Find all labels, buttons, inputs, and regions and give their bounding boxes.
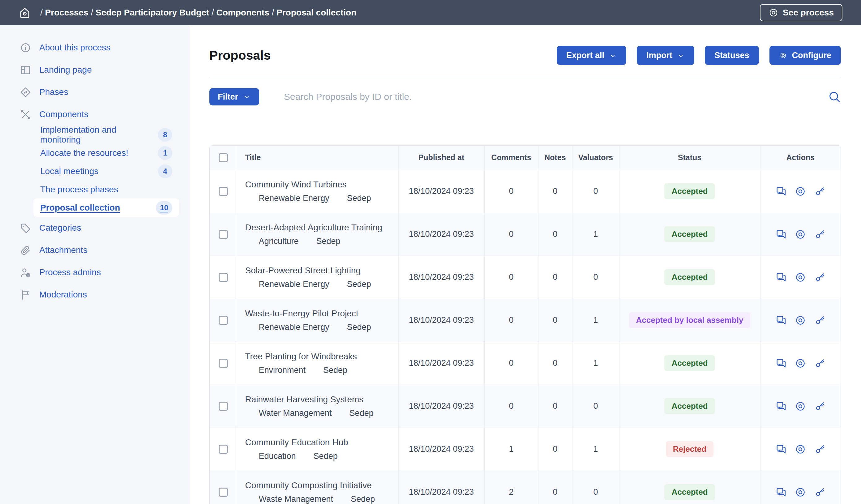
row-actions — [761, 272, 841, 283]
valuators-cell: 1 — [572, 299, 619, 342]
permissions-icon[interactable] — [814, 401, 825, 412]
valuators-cell: 0 — [572, 471, 619, 504]
row-checkbox[interactable] — [219, 316, 228, 325]
row-checkbox[interactable] — [219, 445, 228, 454]
published-at-cell: 18/10/2024 09:23 — [398, 299, 484, 342]
proposal-category: Waste Management — [259, 494, 333, 504]
proposal-title[interactable]: Rainwater Harvesting Systems — [245, 395, 398, 405]
statuses-button[interactable]: Statuses — [705, 46, 759, 65]
preview-icon[interactable] — [795, 229, 806, 240]
breadcrumb-item[interactable]: Processes — [45, 8, 88, 17]
count-badge: 1 — [158, 146, 172, 160]
sidebar-item-attachments[interactable]: Attachments — [0, 239, 190, 261]
answer-icon[interactable] — [775, 487, 787, 498]
permissions-icon[interactable] — [814, 487, 825, 498]
proposal-title[interactable]: Community Composting Initiative — [245, 480, 398, 490]
proposal-scope: Sedep — [347, 280, 371, 289]
sidebar-item-components[interactable]: Components — [0, 103, 190, 125]
sidebar-item-label: Categories — [39, 223, 81, 233]
search-input[interactable] — [284, 92, 828, 102]
flag-icon — [20, 289, 31, 301]
sidebar-item-categories[interactable]: Categories — [0, 217, 190, 239]
count-badge: 8 — [158, 128, 172, 141]
see-process-label: See process — [783, 8, 834, 18]
proposal-category: Water Management — [259, 408, 332, 418]
page-title: Proposals — [209, 48, 271, 63]
proposal-title[interactable]: Solar-Powered Street Lighting — [245, 265, 398, 275]
sidebar-item-implementation-and-monitoring[interactable]: Implementation and monitoring 8 — [33, 125, 179, 144]
answer-icon[interactable] — [775, 444, 787, 455]
row-actions — [761, 444, 841, 455]
tag-icon — [245, 193, 255, 203]
row-checkbox[interactable] — [219, 273, 228, 282]
eye-icon — [768, 8, 778, 18]
permissions-icon[interactable] — [814, 229, 825, 240]
preview-icon[interactable] — [795, 186, 806, 197]
proposal-title[interactable]: Waste-to-Energy Pilot Project — [245, 309, 398, 318]
proposal-title[interactable]: Community Education Hub — [245, 437, 398, 447]
breadcrumb-item[interactable]: Proposal collection — [276, 8, 356, 17]
sidebar-item-proposal-collection[interactable]: Proposal collection 10 — [33, 199, 179, 217]
import-button[interactable]: Import — [637, 46, 694, 65]
select-all-checkbox[interactable] — [219, 153, 228, 162]
see-process-button[interactable]: See process — [760, 4, 843, 21]
answer-icon[interactable] — [775, 401, 787, 412]
toolbar: Export all Import Statuses Configure — [557, 46, 841, 65]
sidebar-item-moderations[interactable]: Moderations — [0, 284, 190, 306]
scope-icon — [337, 494, 347, 504]
notes-cell: 0 — [538, 299, 572, 342]
table-row: Community Composting Initiative Waste Ma… — [210, 471, 840, 504]
row-checkbox[interactable] — [219, 230, 228, 239]
preview-icon[interactable] — [795, 444, 806, 455]
preview-icon[interactable] — [795, 272, 806, 283]
row-actions — [761, 487, 841, 498]
permissions-icon[interactable] — [814, 358, 825, 369]
proposal-title[interactable]: Community Wind Turbines — [245, 180, 398, 190]
permissions-icon[interactable] — [814, 272, 825, 283]
home-icon[interactable] — [18, 6, 31, 19]
proposal-title[interactable]: Desert-Adapted Agriculture Training — [245, 223, 398, 232]
row-checkbox[interactable] — [219, 488, 228, 497]
row-checkbox[interactable] — [219, 401, 228, 411]
sidebar-item-allocate-the-resources[interactable]: Allocate the resources! 1 — [33, 144, 179, 162]
preview-icon[interactable] — [795, 358, 806, 369]
sidebar-item-landing-page[interactable]: Landing page — [0, 59, 190, 81]
breadcrumb-separator: / — [40, 8, 43, 17]
proposal-scope: Sedep — [350, 408, 373, 418]
answer-icon[interactable] — [775, 229, 787, 240]
answer-icon[interactable] — [775, 272, 787, 283]
sidebar-item-the-process-phases[interactable]: The process phases — [33, 180, 179, 199]
table-row: Rainwater Harvesting Systems Water Manag… — [210, 385, 840, 427]
breadcrumb-item[interactable]: Sedep Participatory Budget — [96, 8, 209, 17]
breadcrumb-item[interactable]: Components — [217, 8, 269, 17]
breadcrumb: / Processes / Sedep Participatory Budget… — [18, 6, 356, 19]
proposal-scope: Sedep — [351, 494, 375, 504]
sidebar-item-label: Allocate the resources! — [40, 148, 128, 158]
preview-icon[interactable] — [795, 487, 806, 498]
proposal-scope: Sedep — [347, 323, 371, 332]
answer-icon[interactable] — [775, 358, 787, 369]
preview-icon[interactable] — [795, 315, 806, 326]
preview-icon[interactable] — [795, 401, 806, 412]
row-checkbox[interactable] — [219, 187, 228, 196]
configure-button[interactable]: Configure — [769, 46, 841, 65]
row-checkbox[interactable] — [219, 359, 228, 368]
permissions-icon[interactable] — [814, 186, 825, 197]
sidebar-item-process-admins[interactable]: Process admins — [0, 261, 190, 284]
proposal-title[interactable]: Tree Planting for Windbreaks — [245, 352, 398, 362]
filter-button[interactable]: Filter — [209, 88, 259, 106]
breadcrumb-separator: / — [272, 8, 274, 17]
permissions-icon[interactable] — [814, 444, 825, 455]
answer-icon[interactable] — [775, 186, 787, 197]
sidebar-item-phases[interactable]: Phases — [0, 81, 190, 103]
answer-icon[interactable] — [775, 315, 787, 326]
status-badge: Accepted — [664, 484, 715, 500]
permissions-icon[interactable] — [814, 315, 825, 326]
export-all-button[interactable]: Export all — [557, 46, 626, 65]
sidebar-item-local-meetings[interactable]: Local meetings 4 — [33, 162, 179, 180]
published-at-cell: 18/10/2024 09:23 — [398, 385, 484, 427]
search-icon[interactable] — [828, 90, 841, 103]
sidebar-item-about-this-process[interactable]: About this process — [0, 37, 190, 59]
column-header-title: Title — [237, 146, 398, 170]
row-actions — [761, 229, 841, 240]
